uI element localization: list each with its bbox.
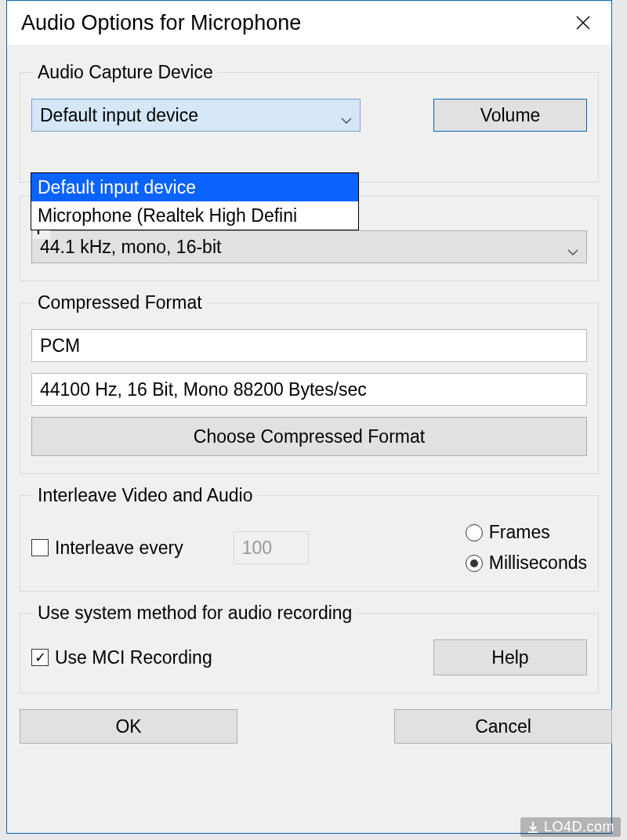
recording-format-combo[interactable]: 44.1 kHz, mono, 16-bit [31, 230, 587, 263]
checkbox-icon [31, 649, 49, 666]
group-legend-capture: Audio Capture Device [33, 62, 218, 83]
radio-icon [466, 524, 483, 541]
interleave-every-checkbox[interactable]: Interleave every [31, 538, 183, 559]
compressed-detail-field[interactable]: 44100 Hz, 16 Bit, Mono 88200 Bytes/sec [31, 373, 587, 406]
dropdown-option[interactable]: Default input device [31, 173, 358, 201]
choose-compressed-button[interactable]: Choose Compressed Format [31, 417, 587, 456]
cancel-button[interactable]: Cancel [394, 709, 612, 744]
capture-device-combo[interactable]: Default input device [31, 99, 361, 132]
radio-milliseconds[interactable]: Milliseconds [466, 552, 587, 574]
group-legend-system: Use system method for audio recording [33, 603, 357, 624]
client-area: Audio Capture Device Default input devic… [7, 45, 611, 758]
ok-button[interactable]: OK [20, 709, 237, 744]
download-icon [527, 821, 539, 834]
capture-device-dropdown[interactable]: Default input device Microphone (Realtek… [31, 172, 359, 230]
titlebar: Audio Options for Microphone [7, 1, 611, 45]
window-title: Audio Options for Microphone [21, 11, 566, 35]
close-icon [575, 15, 591, 31]
group-interleave: Interleave Video and Audio Interleave ev… [20, 485, 599, 592]
group-audio-capture: Audio Capture Device Default input devic… [20, 62, 599, 183]
group-system-method: Use system method for audio recording Us… [20, 603, 599, 693]
dialog-window: Audio Options for Microphone Audio Captu… [6, 0, 612, 834]
recording-format-value: 44.1 kHz, mono, 16-bit [40, 237, 221, 258]
volume-button[interactable]: Volume [433, 99, 587, 132]
close-button[interactable] [566, 5, 600, 40]
help-button[interactable]: Help [433, 639, 587, 675]
radio-frames[interactable]: Frames [466, 522, 587, 543]
watermark: LO4D.com [520, 817, 621, 837]
radio-icon [466, 555, 483, 572]
chevron-down-icon [567, 241, 578, 252]
use-mci-checkbox[interactable]: Use MCI Recording [31, 647, 212, 668]
capture-device-value: Default input device [40, 105, 198, 126]
footer-buttons: OK Cancel [20, 704, 599, 744]
group-compressed-format: Compressed Format PCM 44100 Hz, 16 Bit, … [20, 292, 599, 474]
chevron-down-icon [341, 110, 352, 121]
interleave-value-field[interactable]: 100 [234, 531, 309, 564]
group-legend-interleave: Interleave Video and Audio [33, 485, 258, 506]
compressed-codec-field[interactable]: PCM [31, 329, 587, 362]
dropdown-option[interactable]: Microphone (Realtek High Defini [31, 201, 358, 230]
group-legend-compressed: Compressed Format [33, 292, 207, 313]
checkbox-icon [31, 539, 49, 556]
